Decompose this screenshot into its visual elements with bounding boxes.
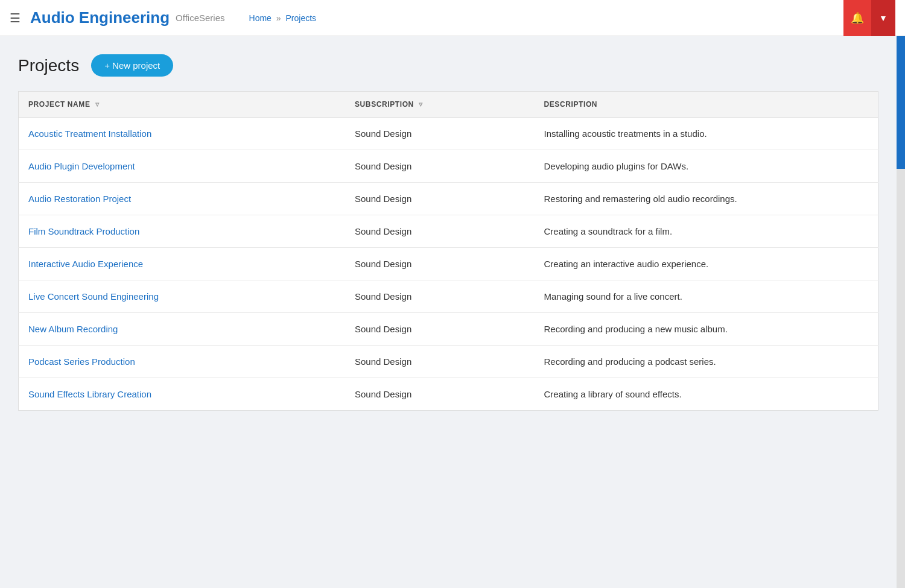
cell-project-name: Acoustic Treatment Installation	[19, 118, 346, 150]
cell-project-name: Live Concert Sound Engineering	[19, 280, 346, 313]
cell-project-name: Audio Restoration Project	[19, 183, 346, 215]
cell-description: Recording and producing a new music albu…	[535, 313, 878, 346]
cell-subscription: Sound Design	[345, 248, 535, 280]
bell-icon: 🔔	[851, 11, 864, 25]
project-link[interactable]: Film Soundtrack Production	[28, 226, 139, 236]
filter-icon-subscription[interactable]: ▿	[419, 100, 423, 109]
table-row: Podcast Series ProductionSound DesignRec…	[19, 346, 878, 378]
cell-subscription: Sound Design	[345, 118, 535, 150]
project-link[interactable]: Audio Plugin Development	[28, 161, 135, 171]
new-project-button[interactable]: + New project	[91, 54, 173, 77]
table-body: Acoustic Treatment InstallationSound Des…	[19, 118, 878, 411]
header-dropdown-button[interactable]: ▼	[871, 0, 895, 36]
cell-subscription: Sound Design	[345, 378, 535, 411]
table-row: Live Concert Sound EngineeringSound Desi…	[19, 280, 878, 313]
filter-icon-name[interactable]: ▿	[95, 100, 100, 109]
table-row: Acoustic Treatment InstallationSound Des…	[19, 118, 878, 150]
cell-project-name: Audio Plugin Development	[19, 150, 346, 183]
cell-project-name: Podcast Series Production	[19, 346, 346, 378]
breadcrumb: Home » Projects	[249, 13, 317, 23]
breadcrumb-current[interactable]: Projects	[285, 13, 316, 23]
cell-project-name: Film Soundtrack Production	[19, 215, 346, 248]
table-row: Audio Plugin DevelopmentSound DesignDeve…	[19, 150, 878, 183]
breadcrumb-home[interactable]: Home	[249, 13, 272, 23]
projects-table: PROJECT NAME ▿ SUBSCRIPTION ▿ DESCRIPTIO…	[18, 91, 878, 411]
col-header-subscription: SUBSCRIPTION ▿	[345, 92, 535, 118]
cell-subscription: Sound Design	[345, 150, 535, 183]
table-header-row: PROJECT NAME ▿ SUBSCRIPTION ▿ DESCRIPTIO…	[19, 92, 878, 118]
menu-icon[interactable]: ☰	[10, 11, 21, 25]
cell-subscription: Sound Design	[345, 346, 535, 378]
notification-bell-button[interactable]: 🔔	[843, 0, 871, 36]
page-title: Projects	[18, 56, 79, 75]
cell-description: Creating an interactive audio experience…	[535, 248, 878, 280]
table-row: Film Soundtrack ProductionSound DesignCr…	[19, 215, 878, 248]
breadcrumb-separator: »	[276, 13, 281, 23]
project-link[interactable]: Interactive Audio Experience	[28, 259, 143, 269]
cell-description: Creating a library of sound effects.	[535, 378, 878, 411]
cell-description: Installing acoustic treatments in a stud…	[535, 118, 878, 150]
scrollbar-thumb[interactable]	[897, 36, 905, 169]
cell-description: Creating a soundtrack for a film.	[535, 215, 878, 248]
chevron-down-icon: ▼	[879, 13, 888, 23]
project-link[interactable]: Audio Restoration Project	[28, 194, 131, 204]
cell-subscription: Sound Design	[345, 313, 535, 346]
cell-description: Recording and producing a podcast series…	[535, 346, 878, 378]
app-title: Audio Engineering	[30, 8, 170, 27]
header: ☰ Audio Engineering OfficeSeries Home » …	[0, 0, 905, 36]
cell-description: Managing sound for a live concert.	[535, 280, 878, 313]
project-link[interactable]: Podcast Series Production	[28, 356, 135, 367]
page-heading: Projects + New project	[18, 54, 878, 77]
col-header-description: DESCRIPTION	[535, 92, 878, 118]
table-header: PROJECT NAME ▿ SUBSCRIPTION ▿ DESCRIPTIO…	[19, 92, 878, 118]
cell-subscription: Sound Design	[345, 215, 535, 248]
table-row: Audio Restoration ProjectSound DesignRes…	[19, 183, 878, 215]
cell-project-name: New Album Recording	[19, 313, 346, 346]
scrollbar-track[interactable]	[897, 36, 905, 588]
project-link[interactable]: Sound Effects Library Creation	[28, 389, 151, 399]
app-subtitle: OfficeSeries	[176, 13, 224, 23]
page-container: Projects + New project PROJECT NAME ▿ SU…	[0, 36, 905, 588]
project-link[interactable]: New Album Recording	[28, 324, 118, 334]
cell-project-name: Sound Effects Library Creation	[19, 378, 346, 411]
cell-description: Developing audio plugins for DAWs.	[535, 150, 878, 183]
project-link[interactable]: Acoustic Treatment Installation	[28, 128, 151, 139]
cell-project-name: Interactive Audio Experience	[19, 248, 346, 280]
table-row: Sound Effects Library CreationSound Desi…	[19, 378, 878, 411]
main-content: Projects + New project PROJECT NAME ▿ SU…	[0, 36, 897, 588]
table-row: Interactive Audio ExperienceSound Design…	[19, 248, 878, 280]
col-header-name: PROJECT NAME ▿	[19, 92, 346, 118]
header-actions: 🔔 ▼	[843, 0, 895, 36]
project-link[interactable]: Live Concert Sound Engineering	[28, 291, 159, 302]
table-row: New Album RecordingSound DesignRecording…	[19, 313, 878, 346]
cell-subscription: Sound Design	[345, 280, 535, 313]
cell-subscription: Sound Design	[345, 183, 535, 215]
cell-description: Restoring and remastering old audio reco…	[535, 183, 878, 215]
